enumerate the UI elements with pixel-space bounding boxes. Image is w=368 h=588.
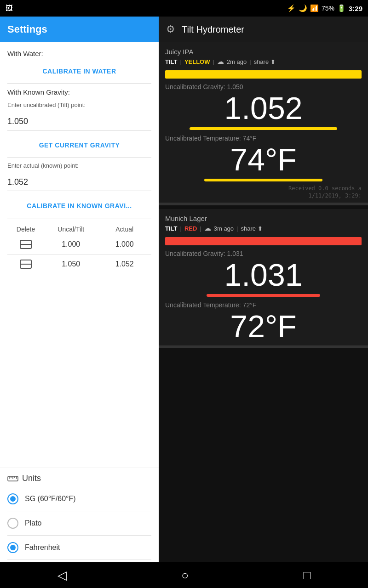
radio-sg-label: SG (60°F/60°F) [25, 495, 76, 503]
right-header: ⚙ Tilt Hydrometer [159, 17, 368, 42]
brew-tilt-1: TILT [165, 225, 177, 232]
brew-color-1: RED [184, 225, 197, 232]
brew-color-0: YELLOW [184, 58, 210, 65]
brew-share-0[interactable]: share ⬆ [254, 58, 276, 65]
brew-card-0: Juicy IPA TILT | YELLOW | ☁ 2m ago | sha… [159, 42, 368, 205]
main-container: Settings With Water: CALIBRATE IN WATER … [0, 17, 368, 588]
brew-time-1: 3m ago [214, 225, 234, 232]
settings-title: Settings [7, 23, 47, 35]
notification-icon: 🖼 [6, 4, 13, 12]
settings-content: With Water: CALIBRATE IN WATER With Know… [0, 42, 159, 468]
radio-fahrenheit-circle[interactable] [7, 542, 18, 553]
brew-share-1[interactable]: share ⬆ [241, 225, 262, 232]
brew-time-0: 2m ago [227, 58, 247, 65]
right-panel: ⚙ Tilt Hydrometer Juicy IPA TILT | YELLO… [159, 17, 368, 588]
settings-header: Settings [0, 17, 159, 42]
left-panel: Settings With Water: CALIBRATE IN WATER … [0, 17, 159, 588]
uncal-gravity-label-0: Uncalibrated Gravity: 1.050 [165, 83, 362, 90]
divider2 [7, 157, 151, 158]
radio-plato-circle[interactable] [7, 518, 18, 529]
radio-plato-label: Plato [25, 519, 41, 527]
wifi-icon: 📶 [310, 4, 319, 12]
status-icons: ⚡ 🌙 📶 75% 🔋 3:29 [287, 4, 362, 12]
uncal-value[interactable]: 1.050 [7, 114, 151, 130]
with-known-gravity-label: With Known Gravity: [7, 88, 151, 96]
red-accent-bar-1 [207, 294, 321, 297]
home-button[interactable]: ○ [181, 568, 189, 582]
uncal-gravity-label-1: Uncalibrated Gravity: 1.031 [165, 250, 362, 257]
uncal-temp-label-1: Uncalibrated Temperature: 72°F [165, 301, 362, 309]
uncal-val-0: 1.000 [44, 240, 98, 249]
brew-name-0: Juicy IPA [165, 48, 362, 56]
radio-fahrenheit[interactable]: Fahrenheit [7, 536, 151, 560]
color-bar-yellow-0 [165, 70, 362, 79]
table-header: Delete Uncal/Tilt Actual [7, 224, 151, 235]
gravity-value-1: 1.031 [165, 259, 362, 290]
calibrate-water-button[interactable]: CALIBRATE IN WATER [7, 63, 151, 79]
actual-val-1: 1.052 [98, 260, 152, 268]
brew-name-1: Munich Lager [165, 215, 362, 222]
table-row: 1.050 1.052 [7, 254, 151, 274]
table-row: 1.000 1.000 [7, 235, 151, 254]
brew-card-1: Munich Lager TILT | RED | ☁ 3m ago | sha… [159, 209, 368, 348]
uncal-val-1: 1.050 [44, 260, 98, 268]
brew-tilt-0: TILT [165, 58, 177, 65]
cloud-icon-0: ☁ [217, 57, 224, 66]
gear-icon[interactable]: ⚙ [166, 23, 175, 35]
back-button[interactable]: ◁ [58, 568, 67, 582]
enter-uncal-label: Enter uncalibrated (Tilt) point: [7, 102, 151, 108]
bluetooth-icon: ⚡ [287, 4, 296, 12]
delete-icon-1[interactable] [7, 259, 44, 269]
status-bar: 🖼 ⚡ 🌙 📶 75% 🔋 3:29 [0, 0, 368, 17]
enter-actual-label: Enter actual (known) point: [7, 162, 151, 169]
received-text-0b: 1/11/2019, 3:29: [165, 192, 362, 200]
color-bar-red-1 [165, 237, 362, 245]
col-actual-header: Actual [98, 226, 152, 233]
brew-meta-1: TILT | RED | ☁ 3m ago | share ⬆ [165, 224, 362, 232]
clock: 3:29 [349, 5, 362, 12]
brew-meta-0: TILT | YELLOW | ☁ 2m ago | share ⬆ [165, 57, 362, 66]
nav-bar: ◁ ○ □ [0, 562, 368, 588]
divider1 [7, 83, 151, 84]
radio-sg[interactable]: SG (60°F/60°F) [7, 487, 151, 511]
radio-sg-circle[interactable] [7, 493, 18, 504]
uncal-temp-label-0: Uncalibrated Temperature: 74°F [165, 135, 362, 142]
battery-percent: 75% [322, 5, 334, 12]
col-delete-header: Delete [7, 226, 44, 233]
temp-value-0: 74°F [165, 144, 362, 175]
units-label: Units [22, 474, 41, 483]
yellow-accent-bar-0 [190, 127, 337, 130]
with-water-label: With Water: [7, 50, 151, 57]
received-text-0a: Received 0.0 seconds a [165, 185, 362, 192]
moon-icon: 🌙 [299, 4, 307, 12]
actual-value[interactable]: 1.052 [7, 175, 151, 191]
gravity-value-0: 1.052 [165, 92, 362, 124]
calibration-table: Delete Uncal/Tilt Actual 1.000 1.000 [7, 224, 151, 274]
get-gravity-button[interactable]: GET CURRENT GRAVITY [7, 137, 151, 153]
battery-icon: 🔋 [337, 4, 346, 12]
calibrate-known-button[interactable]: CALIBRATE IN KNOWN GRAVI... [7, 198, 151, 214]
delete-icon-0[interactable] [7, 239, 44, 249]
right-panel-title: Tilt Hydrometer [182, 24, 244, 35]
ruler-icon [7, 475, 18, 483]
units-header: Units [7, 474, 151, 483]
actual-val-0: 1.000 [98, 240, 152, 249]
divider3 [7, 219, 151, 219]
col-uncal-header: Uncal/Tilt [44, 226, 98, 233]
recent-button[interactable]: □ [304, 568, 311, 582]
temp-value-1: 72°F [165, 311, 362, 342]
radio-plato[interactable]: Plato [7, 511, 151, 536]
radio-fahrenheit-label: Fahrenheit [25, 543, 60, 552]
cloud-icon-1: ☁ [204, 224, 211, 232]
yellow-bar2-0 [204, 179, 322, 181]
